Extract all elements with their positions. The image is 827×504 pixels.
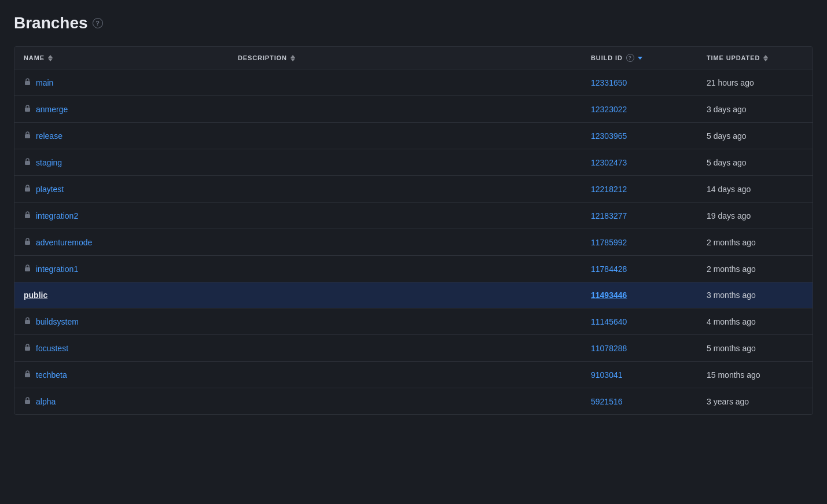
cell-time-techbeta: 15 months ago [697, 362, 813, 388]
branch-name-link[interactable]: alpha [36, 397, 56, 406]
cell-build-id-staging: 12302473 [582, 149, 697, 176]
svg-rect-7 [25, 267, 30, 271]
cell-description-public [229, 282, 582, 308]
build-id-link[interactable]: 12302473 [591, 158, 627, 167]
lock-icon [24, 396, 31, 406]
build-id-link[interactable]: 12303965 [591, 131, 627, 141]
help-icon[interactable]: ? [93, 18, 103, 28]
cell-description-anmerge [229, 96, 582, 123]
build-id-link[interactable]: 11145640 [591, 317, 627, 326]
branch-name-link[interactable]: techbeta [36, 370, 67, 380]
build-id-help-icon[interactable]: ? [626, 54, 634, 62]
branch-name-link[interactable]: buildsystem [36, 317, 79, 326]
svg-rect-9 [25, 347, 30, 351]
svg-rect-11 [25, 400, 30, 404]
table-header: NAME DESCRIPTION [14, 47, 813, 69]
table-row[interactable]: integration21218327719 days ago [14, 203, 813, 229]
cell-build-id-techbeta: 9103041 [582, 362, 697, 388]
table-row[interactable]: anmerge123230223 days ago [14, 96, 813, 123]
cell-time-playtest: 14 days ago [697, 176, 813, 203]
table-row[interactable]: playtest1221821214 days ago [14, 176, 813, 203]
build-id-link[interactable]: 12183277 [591, 211, 627, 220]
branch-name-link[interactable]: anmerge [36, 105, 68, 114]
cell-name-anmerge: anmerge [14, 96, 229, 123]
cell-name-staging: staging [14, 149, 229, 176]
branch-name-link[interactable]: adventuremode [36, 238, 92, 247]
time-value: 2 months ago [707, 264, 756, 274]
branch-name-link[interactable]: integration1 [36, 264, 78, 274]
table-row[interactable]: public114934463 months ago [14, 282, 813, 308]
time-value: 3 months ago [707, 290, 756, 300]
branch-name-link[interactable]: focustest [36, 344, 68, 353]
col-header-build-id[interactable]: BUILD ID ? [582, 47, 697, 69]
lock-icon [24, 237, 31, 247]
build-id-link[interactable]: 11493446 [591, 290, 627, 300]
time-value: 3 years ago [707, 397, 749, 406]
cell-name-buildsystem: buildsystem [14, 308, 229, 335]
build-id-link[interactable]: 11078288 [591, 344, 627, 353]
cell-description-release [229, 123, 582, 149]
branch-name-link[interactable]: public [24, 290, 47, 300]
cell-build-id-release: 12303965 [582, 123, 697, 149]
table-row[interactable]: alpha59215163 years ago [14, 388, 813, 415]
cell-description-integration1 [229, 256, 582, 282]
table-row[interactable]: focustest110782885 months ago [14, 335, 813, 362]
lock-icon [24, 370, 31, 380]
time-value: 19 days ago [707, 211, 751, 220]
svg-rect-10 [25, 373, 30, 377]
build-id-link[interactable]: 11784428 [591, 264, 627, 274]
lock-icon [24, 78, 31, 87]
cell-build-id-alpha: 5921516 [582, 388, 697, 415]
table-row[interactable]: adventuremode117859922 months ago [14, 229, 813, 256]
cell-name-main: main [14, 69, 229, 96]
build-id-link[interactable]: 12323022 [591, 105, 627, 114]
lock-icon [24, 264, 31, 274]
cell-description-focustest [229, 335, 582, 362]
branch-name-link[interactable]: release [36, 131, 63, 141]
svg-rect-2 [25, 134, 30, 138]
sort-icon-name [48, 55, 53, 61]
table-row[interactable]: techbeta910304115 months ago [14, 362, 813, 388]
table-row[interactable]: integration1117844282 months ago [14, 256, 813, 282]
svg-rect-8 [25, 320, 30, 324]
svg-rect-1 [25, 108, 30, 112]
build-id-link[interactable]: 5921516 [591, 397, 623, 406]
cell-time-public: 3 months ago [697, 282, 813, 308]
cell-description-staging [229, 149, 582, 176]
page-title: Branches [14, 14, 88, 32]
cell-name-techbeta: techbeta [14, 362, 229, 388]
cell-description-adventuremode [229, 229, 582, 256]
build-id-link[interactable]: 9103041 [591, 370, 623, 380]
branch-name-link[interactable]: staging [36, 158, 62, 167]
table-row[interactable]: release123039655 days ago [14, 123, 813, 149]
sort-icon-time [763, 55, 768, 61]
table-row[interactable]: main1233165021 hours ago [14, 69, 813, 96]
cell-time-integration2: 19 days ago [697, 203, 813, 229]
col-header-description[interactable]: DESCRIPTION [229, 47, 582, 69]
table-row[interactable]: buildsystem111456404 months ago [14, 308, 813, 335]
cell-name-public: public [14, 282, 229, 308]
cell-description-techbeta [229, 362, 582, 388]
table-row[interactable]: staging123024735 days ago [14, 149, 813, 176]
branches-table: NAME DESCRIPTION [14, 47, 813, 414]
cell-time-main: 21 hours ago [697, 69, 813, 96]
col-header-name[interactable]: NAME [14, 47, 229, 69]
time-value: 5 months ago [707, 344, 756, 353]
cell-description-main [229, 69, 582, 96]
build-id-link[interactable]: 12218212 [591, 185, 627, 194]
cell-description-buildsystem [229, 308, 582, 335]
build-id-link[interactable]: 11785992 [591, 238, 627, 247]
branch-name-link[interactable]: integration2 [36, 211, 78, 220]
cell-description-alpha [229, 388, 582, 415]
cell-name-integration1: integration1 [14, 256, 229, 282]
cell-build-id-focustest: 11078288 [582, 335, 697, 362]
cell-time-buildsystem: 4 months ago [697, 308, 813, 335]
branch-name-link[interactable]: playtest [36, 185, 64, 194]
cell-time-integration1: 2 months ago [697, 256, 813, 282]
cell-time-staging: 5 days ago [697, 149, 813, 176]
cell-name-alpha: alpha [14, 388, 229, 415]
col-header-time-updated[interactable]: TIME UPDATED [697, 47, 813, 69]
cell-build-id-main: 12331650 [582, 69, 697, 96]
branch-name-link[interactable]: main [36, 78, 53, 87]
build-id-link[interactable]: 12331650 [591, 78, 627, 87]
